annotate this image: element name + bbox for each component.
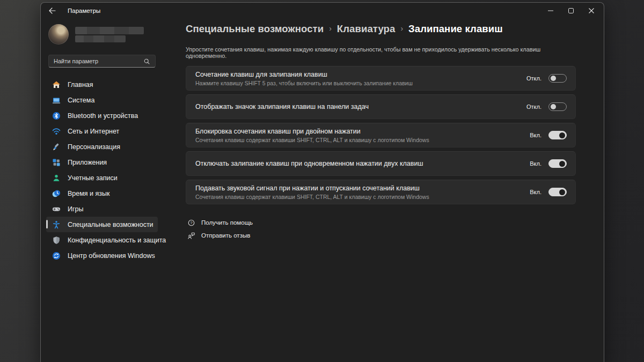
toggle-group: Вкл. — [530, 188, 567, 196]
toggle-knob — [551, 104, 556, 109]
setting-text: Сочетание клавиш для залипания клавишНаж… — [195, 71, 526, 86]
close-icon — [589, 8, 594, 13]
accessibility-icon — [52, 220, 61, 229]
footer-link-label: Отправить отзыв — [201, 232, 250, 239]
setting-title: Блокировка сочетания клавиш при двойном … — [195, 128, 530, 135]
avatar — [48, 24, 69, 45]
feedback-icon — [187, 231, 195, 240]
toggle-switch-3[interactable] — [548, 159, 567, 168]
setting-card-2: Блокировка сочетания клавиш при двойном … — [186, 123, 576, 147]
settings-window: Параметры ГлавнаяСистемаBluetooth и устр… — [40, 2, 604, 362]
sidebar-item-label: Центр обновления Windows — [68, 252, 155, 260]
toggle-state-label: Откл. — [526, 104, 541, 110]
windows-update-icon — [52, 252, 61, 260]
toggle-group: Откл. — [526, 74, 567, 83]
setting-text: Блокировка сочетания клавиш при двойном … — [195, 128, 530, 143]
sidebar-item-label: Специальные возможности — [68, 221, 153, 228]
gaming-icon — [52, 205, 61, 213]
setting-title: Подавать звуковой сигнал при нажатии и о… — [195, 184, 530, 192]
search-box — [48, 55, 156, 68]
toggle-group: Вкл. — [530, 131, 567, 139]
toggle-group: Откл. — [526, 102, 567, 111]
toggle-state-label: Вкл. — [530, 160, 541, 167]
get-help-icon: ? — [187, 218, 195, 227]
toggle-knob — [559, 161, 565, 167]
breadcrumb-item-0[interactable]: Специальные возможности — [186, 23, 324, 35]
minimize-button[interactable] — [540, 3, 561, 18]
home-icon — [52, 80, 61, 89]
toggle-knob — [559, 189, 565, 195]
setting-text: Подавать звуковой сигнал при нажатии и о… — [195, 184, 530, 200]
setting-subtitle: Нажмите клавишу SHIFT 5 раз, чтобы включ… — [195, 80, 526, 86]
breadcrumb-item-2: Залипание клавиш — [408, 23, 503, 35]
setting-subtitle: Сочетания клавиш содержат клавиши SHIFT,… — [195, 194, 530, 200]
network-icon — [52, 127, 61, 136]
sidebar-item-2[interactable]: Bluetooth и устройства — [46, 108, 158, 123]
page-description: Упростите сочетания клавиш, нажимая кажд… — [186, 46, 577, 59]
sidebar-item-label: Время и язык — [68, 190, 110, 197]
sidebar-item-10[interactable]: Конфиденциальность и защита — [46, 232, 158, 248]
back-button[interactable] — [48, 8, 56, 14]
breadcrumb: Специальные возможности›Клавиатура›Залип… — [186, 23, 503, 35]
maximize-button[interactable] — [561, 3, 581, 18]
sidebar-item-1[interactable]: Система — [46, 92, 158, 108]
search-icon — [143, 58, 150, 65]
toggle-state-label: Вкл. — [530, 132, 541, 138]
user-profile[interactable] — [48, 24, 144, 45]
sidebar-item-7[interactable]: Время и язык — [46, 186, 158, 201]
sidebar-item-label: Сеть и Интернет — [68, 128, 119, 135]
search-input[interactable] — [54, 58, 143, 64]
sidebar-item-8[interactable]: Игры — [46, 201, 158, 217]
sidebar-item-11[interactable]: Центр обновления Windows — [46, 248, 158, 263]
title-bar: Параметры — [41, 3, 604, 19]
toggle-switch-2[interactable] — [548, 131, 567, 139]
sidebar-item-5[interactable]: Приложения — [46, 154, 158, 170]
toggle-knob — [559, 132, 565, 138]
back-icon — [48, 8, 56, 14]
selected-indicator — [46, 220, 48, 228]
system-icon — [52, 96, 61, 105]
footer-link-1[interactable]: Отправить отзыв — [187, 229, 253, 242]
privacy-icon — [52, 236, 61, 245]
footer-link-0[interactable]: ?Получить помощь — [187, 216, 253, 229]
setting-title: Отключать залипание клавиш при одновреме… — [195, 160, 530, 167]
minimize-icon — [548, 8, 553, 13]
setting-title: Сочетание клавиш для залипания клавиш — [195, 71, 526, 78]
setting-card-0: Сочетание клавиш для залипания клавишНаж… — [186, 66, 576, 91]
sidebar-item-label: Учетные записи — [68, 174, 118, 182]
setting-card-4: Подавать звуковой сигнал при нажатии и о… — [186, 180, 576, 204]
sidebar-item-4[interactable]: Персонализация — [46, 139, 158, 154]
sidebar-item-6[interactable]: Учетные записи — [46, 170, 158, 186]
sidebar-item-label: Bluetooth и устройства — [68, 112, 138, 120]
sidebar-item-0[interactable]: Главная — [46, 77, 158, 92]
footer-links: ?Получить помощьОтправить отзыв — [187, 216, 253, 242]
apps-icon — [52, 158, 61, 167]
sidebar-item-label: Персонализация — [68, 143, 120, 151]
sidebar: ГлавнаяСистемаBluetooth и устройстваСеть… — [41, 19, 202, 362]
personalization-icon — [52, 143, 61, 151]
setting-title: Отображать значок залипания клавиш на па… — [195, 103, 526, 110]
setting-subtitle: Сочетания клавиш содержат клавиши SHIFT,… — [195, 137, 530, 143]
toggle-switch-1[interactable] — [548, 102, 567, 111]
toggle-state-label: Откл. — [526, 75, 541, 82]
setting-text: Отображать значок залипания клавиш на па… — [195, 103, 526, 110]
toggle-state-label: Вкл. — [530, 189, 541, 195]
breadcrumb-item-1[interactable]: Клавиатура — [337, 23, 396, 35]
settings-list: Сочетание клавиш для залипания клавишНаж… — [186, 66, 576, 208]
setting-text: Отключать залипание клавиш при одновреме… — [195, 160, 530, 167]
toggle-switch-0[interactable] — [548, 74, 567, 83]
window-controls — [540, 3, 602, 18]
user-name-redacted — [75, 27, 144, 42]
sidebar-item-label: Система — [68, 97, 94, 104]
toggle-knob — [551, 76, 556, 81]
accounts-icon — [52, 174, 61, 182]
sidebar-item-3[interactable]: Сеть и Интернет — [46, 123, 158, 139]
sidebar-item-9[interactable]: Специальные возможности — [46, 217, 158, 232]
maximize-icon — [568, 8, 574, 13]
toggle-switch-4[interactable] — [548, 188, 567, 196]
user-name-redacted-line — [75, 27, 144, 34]
breadcrumb-separator-icon: › — [324, 24, 337, 33]
close-button[interactable] — [581, 3, 602, 18]
sidebar-item-label: Приложения — [68, 159, 107, 166]
window-title: Параметры — [68, 8, 100, 14]
